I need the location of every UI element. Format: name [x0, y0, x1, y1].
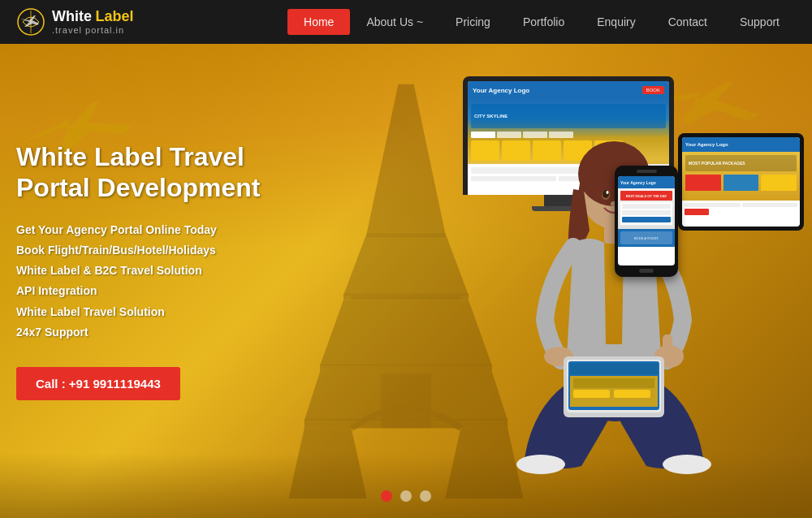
hero-left-content: White Label Travel Portal Development Ge… [16, 141, 276, 400]
svg-point-29 [663, 455, 711, 474]
logo-icon [16, 7, 45, 37]
svg-rect-12 [367, 233, 445, 238]
tablet-mockup: Your Agency Logo MOST POPULAR PACKAGES [678, 133, 804, 231]
svg-marker-2 [367, 84, 445, 233]
hero-list: Get Your Agency Portal Online Today Book… [16, 220, 276, 343]
navbar: White Label .travel portal.in Home About… [0, 0, 812, 44]
phone-screen: Your Agency Logo BEST DEALS OF THE DAY [618, 176, 675, 265]
tablet-logo-text: Your Agency Logo [685, 142, 728, 147]
call-button[interactable]: Call : +91 9911119443 [16, 367, 180, 400]
nav-links: Home About Us ~ Pricing Portfolio Enquir… [287, 9, 796, 35]
phone-home-button [639, 269, 654, 273]
svg-rect-25 [663, 335, 672, 352]
nav-item-contact[interactable]: Contact [652, 9, 723, 35]
phone-logo-text: Your Agency Logo [620, 180, 656, 185]
tablet-content-area: MOST POPULAR PACKAGES [682, 152, 800, 201]
tablet-screen-header: Your Agency Logo [682, 137, 800, 152]
phone-speaker [637, 170, 657, 173]
phone-frame: Your Agency Logo BEST DEALS OF THE DAY [615, 166, 678, 277]
nav-item-home[interactable]: Home [287, 9, 350, 35]
carousel-dots [381, 490, 431, 502]
svg-rect-35 [573, 378, 654, 388]
tablet-banner-text: MOST POPULAR PACKAGES [689, 161, 745, 166]
svg-rect-33 [570, 363, 658, 374]
hero-list-item: Get Your Agency Portal Online Today [16, 220, 276, 240]
phone-search-btn [622, 217, 671, 222]
nav-item-enquiry[interactable]: Enquiry [581, 9, 651, 35]
svg-rect-13 [352, 296, 461, 300]
hero-list-item: 24x7 Support [16, 322, 276, 343]
logo: White Label .travel portal.in [16, 7, 133, 37]
tablet-search-btn [685, 209, 709, 215]
hero-list-item: Book Flight/Train/Bus/Hotel/Holidays [16, 240, 276, 261]
nav-item-portfolio[interactable]: Portfolio [507, 9, 581, 35]
svg-point-20 [607, 191, 609, 194]
tablet-banner: MOST POPULAR PACKAGES [685, 155, 797, 171]
logo-white: White Label [52, 9, 133, 25]
phone-mockup: Your Agency Logo BEST DEALS OF THE DAY [615, 166, 678, 277]
carousel-dot-3[interactable] [420, 490, 431, 502]
phone-content-area: BEST DEALS OF THE DAY [618, 188, 675, 229]
svg-point-28 [516, 455, 565, 474]
carousel-dot-1[interactable] [381, 490, 392, 502]
tablet-form [682, 201, 800, 223]
logo-text: White Label .travel portal.in [52, 9, 133, 35]
phone-deal-text: BEST DEALS OF THE DAY [626, 194, 667, 198]
tablet-frame: Your Agency Logo MOST POPULAR PACKAGES [678, 133, 804, 231]
hero-section: White Label Travel Portal Development Ge… [0, 44, 812, 518]
phone-screen-header: Your Agency Logo [618, 176, 675, 188]
svg-rect-36 [573, 390, 610, 398]
hero-title: White Label Travel Portal Development [16, 141, 276, 204]
monitor-screen-header: Your Agency Logo BOOK [468, 81, 669, 99]
phone-input-row [622, 204, 671, 209]
phone-input-row [622, 210, 671, 215]
phone-deal-banner: BEST DEALS OF THE DAY [620, 191, 672, 201]
hero-list-item: White Label Travel Solution [16, 302, 276, 322]
monitor-logo-text: Your Agency Logo [473, 87, 529, 94]
monitor-book-btn: BOOK [642, 86, 664, 94]
carousel-dot-2[interactable] [400, 490, 412, 502]
svg-rect-37 [614, 390, 650, 398]
nav-item-pricing[interactable]: Pricing [439, 9, 507, 35]
hero-right-devices: Your Agency Logo BOOK CITY SKYLINE [447, 68, 804, 490]
logo-sub: .travel portal.in [52, 25, 133, 35]
phone-form [620, 202, 672, 225]
nav-item-support[interactable]: Support [723, 9, 796, 35]
svg-rect-11 [381, 373, 431, 428]
hero-list-item: White Label & B2C Travel Solution [16, 261, 276, 281]
nav-item-about[interactable]: About Us ~ [350, 9, 439, 35]
hero-list-item: API Integration [16, 281, 276, 301]
tablet-screen: Your Agency Logo MOST POPULAR PACKAGES [682, 137, 800, 227]
